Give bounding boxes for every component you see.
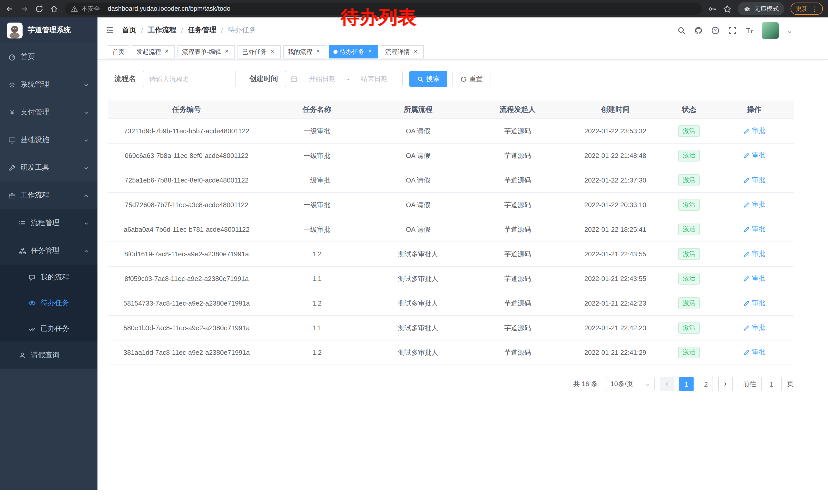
cell-task-name: 1.2 [265, 300, 368, 307]
sidebar-item-leave-query[interactable]: 请假查询 [0, 341, 97, 369]
tab-close-icon[interactable] [315, 48, 322, 55]
search-button-label: 搜索 [426, 74, 440, 84]
edit-pencil-icon [743, 177, 750, 184]
cell-actions: 审批 [715, 299, 794, 308]
tab[interactable]: 首页 [108, 45, 129, 58]
tab[interactable]: 已办任务 [238, 45, 281, 58]
date-range-picker[interactable]: 开始日期 - 结束日期 [285, 71, 403, 87]
edit-pencil-icon [743, 325, 750, 331]
approve-link-label: 审批 [752, 176, 765, 185]
tab-close-icon[interactable] [163, 48, 170, 55]
sidebar-item-task-management[interactable]: 任务管理 [0, 237, 97, 265]
sidebar-item-payment[interactable]: ¥ 支付管理 [0, 98, 97, 126]
table-row: 73211d9d-7b9b-11ec-b5b7-acde48001122 一级审… [108, 119, 794, 144]
breadcrumb-item[interactable]: 工作流程 [148, 26, 176, 35]
chevron-down-icon [83, 137, 89, 143]
cell-created-time: 2022-01-21 22:42:23 [567, 324, 663, 332]
cell-status: 激活 [663, 347, 715, 358]
cell-task-id: 580e1b3d-7ac8-11ec-a9e2-a2380e71991a [108, 324, 265, 332]
cell-task-id: 8f059c03-7ac8-11ec-a9e2-a2380e71991a [108, 275, 265, 282]
page-button[interactable]: 1 [679, 377, 694, 391]
avatar-caret-icon[interactable] [787, 28, 793, 33]
approve-link[interactable]: 审批 [743, 200, 765, 210]
sidebar-item-system[interactable]: 系统管理 [0, 71, 97, 98]
approve-link[interactable]: 审批 [743, 176, 765, 185]
page-word: 页 [787, 379, 794, 388]
table-row: 580e1b3d-7ac8-11ec-a9e2-a2380e71991a 1.1… [108, 316, 794, 340]
help-icon[interactable]: ? [711, 26, 720, 35]
address-bar[interactable]: 不安全 dashboard.yudao.iocoder.cn/bpm/task/… [65, 3, 702, 15]
approve-link[interactable]: 审批 [743, 249, 765, 259]
cell-initiator: 芋道源码 [468, 200, 567, 210]
todo-task-table: 任务编号任务名称所属流程流程发起人创建时间状态操作 73211d9d-7b9b-… [108, 100, 794, 365]
url-text[interactable]: dashboard.yudao.iocoder.cn/bpm/task/todo [108, 5, 230, 12]
tab-close-icon[interactable] [412, 48, 419, 55]
update-button[interactable]: 更新 ⋮ [791, 3, 823, 15]
status-badge: 激活 [678, 273, 700, 284]
sidebar-item-workflow[interactable]: 工作流程 [0, 182, 97, 209]
table-row: a6aba0a4-7b6d-11ec-b781-acde48001122 一级审… [108, 217, 794, 242]
cell-actions: 审批 [715, 225, 794, 234]
browser-menu-icon[interactable]: ⋮ [811, 5, 818, 12]
approve-link[interactable]: 审批 [743, 126, 765, 136]
tab[interactable]: 流程表单-编辑 [177, 45, 235, 58]
tab[interactable]: 我的流程 [283, 45, 326, 58]
approve-link[interactable]: 审批 [743, 225, 765, 234]
fullscreen-icon[interactable] [728, 26, 737, 35]
sidebar-item-infra[interactable]: 基础设施 [0, 126, 97, 154]
approve-link-label: 审批 [752, 323, 765, 332]
page-button[interactable]: 2 [699, 377, 713, 391]
home-icon[interactable] [50, 4, 58, 13]
security-warning-icon[interactable] [71, 5, 78, 12]
sidebar-item-home[interactable]: 首页 [0, 43, 97, 71]
page-size-select[interactable]: 10条/页 [606, 377, 655, 391]
sidebar-item-label: 工作流程 [20, 191, 49, 200]
start-date-placeholder: 开始日期 [300, 74, 345, 84]
next-page-button[interactable] [718, 377, 733, 391]
approve-link[interactable]: 审批 [743, 151, 765, 160]
sidebar-item-devtools[interactable]: 研发工具 [0, 154, 97, 182]
pagination: 共 16 条 10条/页 12 前往 页 [108, 377, 794, 391]
sidebar-fold-icon[interactable] [105, 26, 114, 35]
breadcrumb-separator: / [181, 26, 183, 34]
breadcrumb-item[interactable]: 任务管理 [188, 26, 216, 35]
tab-close-icon[interactable] [223, 48, 230, 55]
tab-close-icon[interactable] [366, 48, 373, 55]
cell-initiator: 芋道源码 [468, 151, 567, 160]
forward-icon[interactable] [20, 4, 29, 13]
search-button[interactable]: 搜索 [409, 71, 447, 87]
password-key-icon[interactable] [708, 4, 717, 13]
search-icon[interactable] [677, 26, 686, 35]
user-avatar[interactable] [762, 22, 779, 39]
sidebar-item-done-task[interactable]: 已办任务 [0, 316, 97, 341]
process-name-input[interactable] [142, 71, 236, 87]
sidebar-item-todo-task[interactable]: 待办任务 [0, 290, 97, 316]
tab[interactable]: 流程详情 [381, 45, 424, 58]
cell-status: 激活 [663, 248, 715, 260]
approve-link[interactable]: 审批 [743, 274, 765, 283]
column-header: 任务名称 [265, 105, 368, 114]
cell-process-name: OA 请假 [368, 200, 468, 210]
goto-page-input[interactable] [761, 377, 782, 391]
refresh-icon[interactable] [35, 4, 44, 13]
sidebar-item-process-management[interactable]: 流程管理 [0, 209, 97, 237]
prev-page-button[interactable] [660, 377, 674, 391]
approve-link[interactable]: 审批 [743, 299, 765, 308]
cell-task-id: 58154733-7ac8-11ec-a9e2-a2380e71991a [108, 300, 265, 307]
sidebar-item-my-process[interactable]: 我的流程 [0, 265, 97, 290]
reset-button-icon [460, 76, 467, 82]
tab[interactable]: 待办任务 [329, 45, 378, 58]
approve-link-label: 审批 [752, 200, 765, 210]
approve-link[interactable]: 审批 [743, 348, 765, 357]
tab-label: 首页 [112, 47, 125, 56]
reset-button[interactable]: 重置 [452, 71, 490, 87]
cell-created-time: 2022-01-22 23:53:32 [567, 127, 663, 135]
back-icon[interactable] [5, 4, 14, 13]
approve-link[interactable]: 审批 [743, 323, 765, 332]
tab[interactable]: 发起流程 [132, 45, 175, 58]
tab-close-icon[interactable] [269, 48, 276, 55]
breadcrumb-item[interactable]: 首页 [122, 26, 136, 35]
font-size-icon[interactable] [745, 26, 754, 35]
github-icon[interactable] [694, 26, 703, 35]
bookmark-star-icon[interactable] [723, 4, 732, 13]
